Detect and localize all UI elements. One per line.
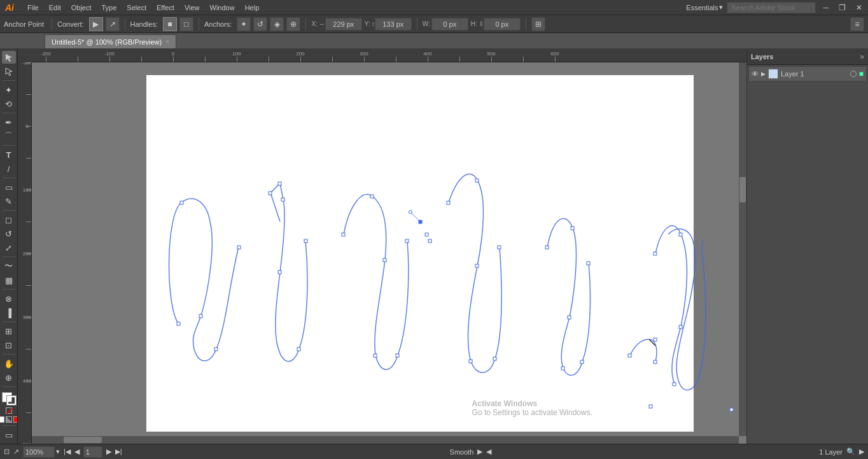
menu-help[interactable]: Help — [241, 3, 264, 13]
hand-tool[interactable]: ✋ — [2, 357, 16, 370]
menu-window[interactable]: Window — [206, 3, 239, 13]
color-selector[interactable] — [2, 392, 16, 405]
layer-expand-icon[interactable]: ▶ — [761, 71, 766, 77]
document-tab[interactable]: Untitled-5* @ 100% (RGB/Preview) × — [45, 34, 176, 48]
rotate-tool[interactable]: ↺ — [2, 227, 16, 240]
tab-title: Untitled-5* @ 100% (RGB/Preview) — [52, 38, 162, 46]
zoom-control: ▾ — [23, 446, 60, 458]
panel-options-btn[interactable]: ≡ — [850, 17, 864, 31]
essentials-button[interactable]: Essentials ▾ — [686, 3, 723, 11]
menu-edit[interactable]: Edit — [45, 3, 66, 13]
zoom-tool[interactable]: ⊕ — [2, 371, 16, 384]
mask-view-btn[interactable] — [6, 416, 12, 423]
status-right-arrow[interactable]: ▶ — [859, 448, 864, 456]
status-smooth: Smooth — [450, 448, 474, 456]
line-tool[interactable]: / — [2, 162, 16, 175]
anchors-tool-4[interactable]: ⊕ — [286, 17, 300, 31]
restore-button[interactable]: ❐ — [836, 3, 849, 12]
stroke-color[interactable] — [7, 396, 16, 405]
nav-first[interactable]: |◀ — [64, 448, 71, 456]
lasso-tool[interactable]: ⟲ — [2, 97, 16, 110]
menu-file[interactable]: File — [23, 3, 43, 13]
nav-last[interactable]: ▶| — [115, 448, 122, 456]
minimize-button[interactable]: ─ — [820, 3, 832, 12]
canvas-area[interactable]: -200-1000100200300400500600 -10001002003… — [18, 48, 746, 444]
svg-rect-8 — [199, 314, 202, 318]
artboard-input[interactable] — [83, 446, 102, 458]
pen-tool[interactable]: ✒ — [2, 116, 16, 129]
anchors-tool-1[interactable]: ✦ — [237, 17, 251, 31]
x-input[interactable] — [325, 18, 362, 31]
svg-rect-7 — [180, 201, 183, 204]
svg-rect-22 — [405, 239, 409, 243]
transform-btn[interactable]: ⊞ — [531, 17, 545, 31]
status-play-btn[interactable]: ▶ — [477, 448, 482, 456]
anchors-tool-3[interactable]: ◈ — [270, 17, 284, 31]
svg-rect-26 — [469, 360, 472, 363]
graph-tool[interactable]: ▦ — [2, 274, 16, 286]
selection-tool[interactable] — [2, 51, 16, 64]
horizontal-scrollbar[interactable] — [32, 436, 739, 444]
screen-mode-btn[interactable]: ▭ — [2, 428, 16, 441]
eraser-tool[interactable]: ◻ — [2, 213, 16, 226]
rectangle-tool[interactable]: ▭ — [2, 181, 16, 194]
normal-view-btn[interactable] — [0, 416, 4, 423]
menu-view[interactable]: View — [180, 3, 204, 13]
close-button[interactable]: ✕ — [853, 3, 865, 12]
type-tool[interactable]: T — [2, 148, 16, 161]
svg-rect-21 — [396, 354, 399, 357]
vertical-scrollbar-thumb[interactable] — [739, 177, 746, 202]
svg-line-46 — [410, 212, 420, 222]
status-icon-1[interactable]: ⊡ — [4, 448, 10, 456]
scale-tool[interactable]: ⤢ — [2, 241, 16, 254]
svg-rect-5 — [428, 239, 431, 243]
y-input[interactable] — [375, 18, 412, 31]
blend-tool[interactable]: ⊗ — [2, 292, 16, 305]
svg-line-2 — [6, 408, 13, 414]
horizontal-scrollbar-thumb[interactable] — [64, 437, 102, 443]
canvas-viewport[interactable]: Activate Windows Go to Settings to activ… — [32, 62, 739, 436]
svg-rect-10 — [237, 246, 241, 249]
svg-rect-28 — [498, 246, 501, 249]
svg-rect-13 — [281, 198, 284, 201]
magic-wand-tool[interactable]: ✦ — [2, 83, 16, 96]
handles-tool-1[interactable]: ■ — [163, 17, 177, 31]
nav-prev[interactable]: ◀ — [74, 448, 80, 456]
column-graph-tool[interactable]: ▐ — [2, 306, 16, 319]
layer-select-icon[interactable]: ■ — [859, 69, 864, 78]
vertical-scrollbar[interactable] — [739, 62, 746, 436]
layer-row[interactable]: 👁 ▶ Layer 1 ■ — [748, 66, 867, 81]
warp-tool[interactable]: 〜 — [2, 260, 16, 272]
nav-next[interactable]: ▶ — [106, 448, 111, 456]
handles-tool-2[interactable]: □ — [179, 17, 193, 31]
menu-object[interactable]: Object — [67, 3, 96, 13]
status-icon-2[interactable]: ↗ — [13, 448, 19, 456]
layer-visibility-icon[interactable]: 👁 — [752, 70, 759, 78]
slice-tool[interactable]: ⊡ — [2, 339, 16, 351]
vertical-ruler: -1000100200300400500 — [18, 48, 32, 444]
layer-target-icon[interactable] — [850, 71, 857, 77]
red-view-btn[interactable] — [13, 416, 18, 423]
menu-type[interactable]: Type — [97, 3, 122, 13]
layers-panel-expand-btn[interactable]: » — [860, 52, 864, 61]
convert-tool-2[interactable]: ↗ — [106, 17, 120, 31]
artboard-tool[interactable]: ⊞ — [2, 325, 16, 337]
convert-tool-1[interactable]: ▶ — [89, 17, 103, 31]
zoom-dropdown[interactable]: ▾ — [56, 448, 60, 456]
direct-selection-tool[interactable] — [2, 65, 16, 78]
w-input[interactable] — [431, 18, 468, 31]
paintbrush-tool[interactable]: ✎ — [2, 195, 16, 208]
zoom-input[interactable] — [23, 446, 55, 458]
menu-effect[interactable]: Effect — [152, 3, 179, 13]
search-input[interactable] — [727, 2, 816, 13]
tab-close-button[interactable]: × — [165, 38, 169, 45]
menu-select[interactable]: Select — [122, 3, 151, 13]
svg-rect-11 — [269, 192, 272, 195]
h-input[interactable] — [484, 18, 521, 31]
anchors-tool-2[interactable]: ↺ — [253, 17, 267, 31]
curvature-tool[interactable]: ⌒ — [2, 130, 16, 143]
status-left-arrow[interactable]: ◀ — [486, 448, 491, 456]
none-color-btn[interactable] — [6, 407, 12, 414]
svg-rect-40 — [679, 233, 682, 236]
status-search-icon[interactable]: 🔍 — [846, 448, 855, 456]
